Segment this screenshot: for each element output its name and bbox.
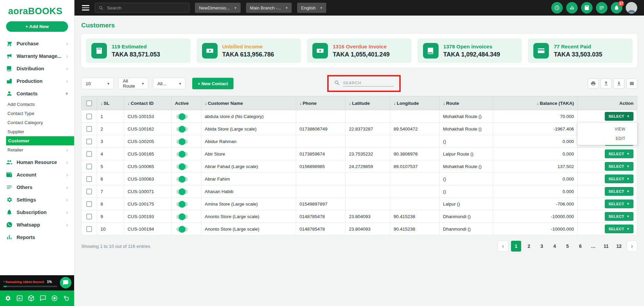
pagination-page-button[interactable]: 6 [575, 241, 585, 252]
pagination-page-button[interactable]: 5 [562, 241, 573, 252]
sidebar-item-retailer[interactable]: Retailer› [0, 145, 74, 155]
global-search-input[interactable] [106, 5, 186, 11]
undo-icon[interactable] [63, 295, 70, 302]
active-toggle[interactable] [176, 189, 188, 194]
sidebar-item-purchase[interactable]: Purchase › [0, 37, 74, 50]
active-toggle[interactable] [176, 202, 188, 207]
row-checkbox[interactable] [86, 189, 92, 194]
column-header[interactable]: ↓Phone [296, 96, 346, 110]
support-chat-icon[interactable] [60, 277, 71, 288]
sidebar-item-whatsapp[interactable]: Whatsapp › [0, 218, 74, 231]
row-checkbox[interactable] [86, 176, 92, 182]
pagination-page-button[interactable]: 3 [537, 241, 547, 252]
select-action-button[interactable]: SELECT ▼ [605, 187, 634, 196]
select-action-button[interactable]: SELECT ▼ [605, 174, 634, 183]
language-dropdown[interactable]: English ▾ [297, 3, 326, 13]
row-checkbox[interactable] [86, 126, 92, 132]
row-checkbox[interactable] [86, 164, 92, 169]
sidebar-item-contacts[interactable]: Contacts ▾ [0, 87, 74, 100]
active-toggle[interactable] [176, 139, 188, 144]
sidebar-item-supplier[interactable]: Supplier [0, 127, 74, 136]
company-dropdown[interactable]: NewDimensio... ▾ [195, 3, 241, 13]
sidebar-item-add-contacts[interactable]: Add Contacts [0, 100, 74, 109]
dashboard-icon[interactable] [566, 2, 578, 14]
pagination-page-button[interactable]: 2 [524, 241, 534, 252]
sidebar-item-human-resource[interactable]: Human Resource › [0, 156, 74, 168]
download-icon[interactable] [614, 78, 624, 89]
pagination-page-button[interactable]: 1 [511, 241, 521, 252]
row-checkbox[interactable] [86, 139, 92, 144]
column-header[interactable]: ↓Latitude [346, 96, 390, 110]
column-header[interactable]: ↓Balance (TAKA) [493, 96, 578, 110]
columns-icon[interactable] [626, 78, 637, 89]
sidebar-item-others[interactable]: Others › [0, 181, 74, 193]
sidebar-item-warranty[interactable]: Warranty Manage... › [0, 50, 74, 62]
row-checkbox[interactable] [86, 114, 92, 119]
hamburger-menu-icon[interactable] [82, 5, 89, 10]
pagination-page-button[interactable]: 4 [550, 241, 560, 252]
add-new-button[interactable]: + Add New [6, 21, 68, 32]
user-avatar[interactable] [626, 2, 637, 14]
column-header[interactable]: ↓Contact ID [124, 96, 172, 110]
column-header[interactable]: ↓SL [97, 96, 124, 110]
column-header[interactable]: ↓Longitude [390, 96, 440, 110]
active-toggle[interactable] [176, 152, 188, 157]
global-search[interactable] [95, 3, 190, 13]
select-all-checkbox[interactable] [86, 100, 92, 106]
table-search-input[interactable] [343, 80, 394, 87]
sidebar-item-distribution[interactable]: Distribution › [0, 62, 74, 75]
package-icon[interactable] [28, 295, 35, 302]
select-action-button[interactable]: SELECT ▼ [605, 199, 634, 208]
active-toggle[interactable] [176, 227, 188, 232]
clock-icon[interactable] [551, 2, 563, 14]
new-contact-button[interactable]: + New Contact [192, 78, 234, 89]
select-action-button[interactable]: SELECT ▼ [605, 112, 634, 121]
pos-icon[interactable] [596, 2, 607, 14]
category-filter-select[interactable]: All... ▾ [153, 78, 185, 89]
sidebar-item-customer[interactable]: Customer [6, 136, 74, 145]
page-size-select[interactable]: 10 ▾ [81, 78, 114, 89]
bell-icon[interactable]: 17 [611, 2, 622, 14]
active-toggle[interactable] [176, 177, 188, 182]
table-search[interactable] [334, 80, 394, 87]
row-checkbox[interactable] [86, 201, 92, 207]
column-header[interactable]: ↓Customer Name [201, 96, 296, 110]
select-action-button[interactable]: SELECT ▼ [605, 149, 634, 158]
export-icon[interactable] [601, 78, 612, 89]
active-toggle[interactable] [176, 127, 188, 132]
sidebar-item-contact-category[interactable]: Contact Category [0, 118, 74, 127]
row-checkbox[interactable] [86, 226, 92, 232]
sort-icon: ↓ [128, 101, 130, 106]
pagination-page-button[interactable]: 11 [601, 241, 611, 252]
row-checkbox[interactable] [86, 151, 92, 157]
sidebar-item-reports[interactable]: Reports [0, 231, 74, 243]
sidebar-item-account[interactable]: Account › [0, 168, 74, 181]
camera-icon[interactable] [51, 295, 58, 302]
sidebar-item-production[interactable]: Production › [0, 75, 74, 87]
active-toggle[interactable] [176, 164, 188, 169]
column-header[interactable]: ↓Route [440, 96, 493, 110]
print-icon[interactable] [588, 78, 599, 89]
sidebar-item-settings[interactable]: Settings › [0, 193, 74, 206]
select-action-button[interactable]: SELECT ▼ [605, 212, 634, 221]
chat-icon[interactable] [40, 295, 46, 302]
active-toggle[interactable] [176, 214, 188, 219]
stats-icon[interactable] [16, 295, 23, 302]
sidebar-item-subscription[interactable]: Subscription › [0, 206, 74, 218]
sidebar-item-contact-type[interactable]: Contact Type [0, 109, 74, 118]
menu-item-edit[interactable]: EDIT [578, 134, 637, 143]
gear-icon[interactable] [4, 295, 11, 302]
calculator-icon[interactable] [581, 2, 593, 14]
select-action-button[interactable]: SELECT ▼ [605, 162, 634, 171]
balance-cell: -10000.000 [493, 223, 578, 235]
select-action-button[interactable]: SELECT ▼ [605, 225, 634, 233]
menu-item-view[interactable]: VIEW [578, 124, 637, 134]
branch-dropdown[interactable]: Main Branch -... ▾ [246, 3, 292, 13]
contact-id-cell: CUS-100194 [124, 223, 172, 235]
row-checkbox[interactable] [86, 214, 92, 219]
active-toggle[interactable] [176, 114, 188, 119]
pagination-next-button[interactable]: › [627, 241, 637, 252]
pagination-page-button[interactable]: 12 [614, 241, 624, 252]
route-filter-select[interactable]: All Route ▾ [118, 78, 148, 89]
pagination-prev-button[interactable]: ‹ [498, 241, 508, 252]
